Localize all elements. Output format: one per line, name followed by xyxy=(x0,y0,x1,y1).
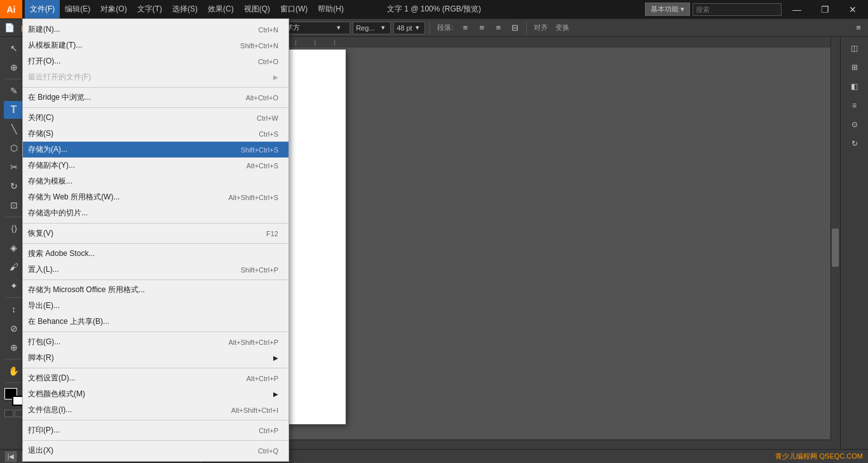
titlebar: Ai 文件(F) 编辑(E) 对象(O) 文字(T) 选择(S) 效果(C) 视… xyxy=(0,0,868,18)
align-left-icon[interactable]: ≡ xyxy=(458,21,472,35)
font-style-input[interactable] xyxy=(356,24,381,32)
zoom-tool[interactable]: ⊕ xyxy=(4,339,24,356)
align-label: 对齐 xyxy=(531,23,550,32)
font-style-dropdown-icon[interactable]: ▾ xyxy=(381,23,385,32)
menu-effect[interactable]: 效果(C) xyxy=(203,0,239,18)
menu-item-save-copy[interactable]: 存储副本(Y)...Alt+Ctrl+S xyxy=(23,158,288,173)
restore-button[interactable]: ❐ xyxy=(812,0,837,18)
menu-item-file-info[interactable]: 文件信息(I)...Alt+Shift+Ctrl+I xyxy=(23,402,288,418)
menu-item-color-mode[interactable]: 文档颜色模式(M)▶ xyxy=(23,386,288,402)
menu-item-label-save: 存储(S) xyxy=(28,128,233,139)
direct-selection-tool[interactable]: ⊕ xyxy=(4,58,24,76)
menu-item-shortcut-close: Ctrl+W xyxy=(257,114,278,122)
line-tool[interactable]: ╲ xyxy=(4,120,24,138)
menu-file[interactable]: 文件(F) xyxy=(25,0,60,18)
menu-item-doc-settings[interactable]: 文档设置(D)...Alt+Ctrl+P xyxy=(23,370,288,386)
menu-item-shortcut-save-copy: Alt+Ctrl+S xyxy=(247,162,278,170)
menu-item-new-template[interactable]: 从模板新建(T)...Shift+Ctrl+N xyxy=(23,37,288,53)
menu-text[interactable]: 文字(T) xyxy=(132,0,167,18)
menu-separator xyxy=(23,332,288,332)
submenu-arrow-scripts: ▶ xyxy=(273,354,278,361)
menu-item-label-save-office: 存储为 Microsoft Office 所用格式... xyxy=(28,285,278,295)
menu-item-share-behance[interactable]: 在 Behance 上共享(B)... xyxy=(23,314,288,330)
menu-window[interactable]: 窗口(W) xyxy=(275,0,313,18)
menu-item-place[interactable]: 置入(L)...Shift+Ctrl+P xyxy=(23,262,288,278)
menu-item-label-new: 新建(N)... xyxy=(28,24,233,35)
menu-item-save-as[interactable]: 存储为(A)...Shift+Ctrl+S xyxy=(23,142,288,158)
menu-item-new[interactable]: 新建(N)...Ctrl+N xyxy=(23,22,288,37)
panel-btn-6[interactable]: ↻ xyxy=(844,135,865,152)
align-right-icon[interactable]: ≡ xyxy=(491,21,505,35)
menu-item-label-save-slices: 存储选中的切片... xyxy=(28,208,278,218)
scale-tool[interactable]: ⊡ xyxy=(4,196,24,214)
type-tool[interactable]: T xyxy=(4,101,24,119)
menu-separator xyxy=(23,87,288,88)
submenu-arrow-recent: ▶ xyxy=(273,74,278,81)
measure-tool[interactable]: ⊘ xyxy=(4,319,24,337)
blend-tool[interactable]: ✦ xyxy=(4,277,24,295)
vertical-scroll-thumb[interactable] xyxy=(832,229,839,267)
menu-view[interactable]: 视图(Q) xyxy=(239,0,275,18)
brush-tool[interactable]: ✂ xyxy=(4,158,24,176)
menu-item-save-office[interactable]: 存储为 Microsoft Office 所用格式... xyxy=(23,282,288,298)
menu-help[interactable]: 帮助(H) xyxy=(313,0,349,18)
menu-item-quit[interactable]: 退出(X)Ctrl+Q xyxy=(23,443,288,459)
menu-select[interactable]: 选择(S) xyxy=(167,0,203,18)
menu-item-close[interactable]: 关闭(C)Ctrl+W xyxy=(23,110,288,126)
menu-separator xyxy=(23,368,288,368)
selection-tool[interactable]: ↖ xyxy=(4,39,24,57)
menu-item-save-template[interactable]: 存储为模板... xyxy=(23,173,288,189)
menu-item-save-slices[interactable]: 存储选中的切片... xyxy=(23,205,288,221)
menu-item-save-web[interactable]: 存储为 Web 所用格式(W)...Alt+Shift+Ctrl+S xyxy=(23,189,288,205)
toolbar-sep-4 xyxy=(430,22,430,34)
more-options-icon[interactable]: ≡ xyxy=(851,21,865,35)
rotate-tool[interactable]: ↻ xyxy=(4,177,24,195)
tool-sep-2 xyxy=(5,217,23,217)
shape-tool[interactable]: ⬡ xyxy=(4,139,24,157)
panel-btn-2[interactable]: ⊞ xyxy=(844,58,865,76)
panel-btn-1[interactable]: ◫ xyxy=(844,39,865,57)
menu-item-shortcut-new-template: Shift+Ctrl+N xyxy=(240,42,278,50)
font-input[interactable] xyxy=(286,24,337,32)
menu-item-package[interactable]: 打包(G)...Alt+Shift+Ctrl+P xyxy=(23,334,288,350)
vertical-scrollbar[interactable] xyxy=(831,37,840,440)
menu-item-search-stock[interactable]: 搜索 Adobe Stock... xyxy=(23,246,288,262)
menu-item-label-save-as: 存储为(A)... xyxy=(28,144,215,155)
align-justify-icon[interactable]: ⊟ xyxy=(508,21,522,35)
font-size-input[interactable] xyxy=(397,24,416,32)
first-page-btn[interactable]: |◀ xyxy=(5,452,17,462)
fill-stroke-widget[interactable] xyxy=(4,388,24,406)
new-doc-icon[interactable]: 📄 xyxy=(3,21,17,35)
warp-tool[interactable]: ⟨⟩ xyxy=(4,220,24,238)
menu-item-scripts[interactable]: 脚本(R)▶ xyxy=(23,350,288,366)
menu-item-save[interactable]: 存储(S)Ctrl+S xyxy=(23,126,288,142)
menu-item-print[interactable]: 打印(P)...Ctrl+P xyxy=(23,422,288,438)
normal-mode[interactable] xyxy=(4,410,13,417)
panel-btn-5[interactable]: ⊙ xyxy=(844,116,865,133)
graph-tool[interactable]: ◈ xyxy=(4,239,24,257)
hand-tool[interactable]: ✋ xyxy=(4,362,24,380)
menu-item-open[interactable]: 打开(O)...Ctrl+O xyxy=(23,53,288,69)
eyedropper-tool[interactable]: ↕ xyxy=(4,300,24,318)
menu-edit[interactable]: 编辑(E) xyxy=(60,0,95,18)
menu-item-export[interactable]: 导出(E)... xyxy=(23,298,288,314)
menu-item-label-place: 置入(L)... xyxy=(28,264,215,275)
search-input[interactable] xyxy=(693,3,782,16)
menu-object[interactable]: 对象(O) xyxy=(95,0,132,18)
font-dropdown-icon[interactable]: ▾ xyxy=(337,23,341,32)
gradient-tool[interactable]: 🖌 xyxy=(4,258,24,276)
mode-buttons xyxy=(4,410,24,417)
close-button[interactable]: ✕ xyxy=(840,0,865,18)
menu-separator xyxy=(23,223,288,224)
panel-btn-4[interactable]: ≡ xyxy=(844,97,865,114)
panel-btn-3[interactable]: ◧ xyxy=(844,77,865,95)
pen-tool[interactable]: ✎ xyxy=(4,82,24,100)
tool-sep-4 xyxy=(5,359,23,359)
workspace-selector[interactable]: 基本功能 ▾ xyxy=(645,3,690,16)
font-size-dropdown-icon[interactable]: ▾ xyxy=(416,23,419,32)
minimize-button[interactable]: — xyxy=(784,0,810,18)
menu-item-bridge[interactable]: 在 Bridge 中浏览...Alt+Ctrl+O xyxy=(23,90,288,105)
menu-item-revert[interactable]: 恢复(V)F12 xyxy=(23,225,288,241)
menu-item-shortcut-package: Alt+Shift+Ctrl+P xyxy=(228,339,278,346)
align-center-icon[interactable]: ≡ xyxy=(475,21,489,35)
